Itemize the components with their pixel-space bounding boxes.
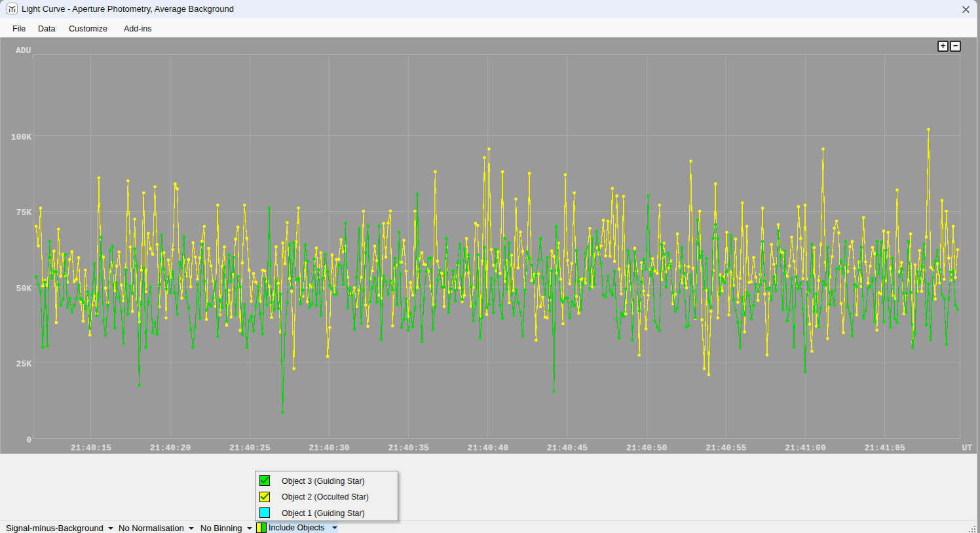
svg-text:75K: 75K — [16, 208, 32, 218]
svg-text:0: 0 — [26, 435, 31, 445]
svg-text:UT: UT — [962, 443, 972, 453]
svg-text:21:40:55: 21:40:55 — [706, 443, 747, 453]
svg-text:21:40:15: 21:40:15 — [71, 443, 112, 453]
svg-text:21:40:35: 21:40:35 — [388, 443, 429, 453]
svg-text:21:41:05: 21:41:05 — [864, 443, 905, 453]
svg-text:21:40:20: 21:40:20 — [150, 443, 191, 453]
svg-text:100K: 100K — [11, 132, 31, 142]
svg-text:21:40:50: 21:40:50 — [626, 443, 668, 453]
svg-text:ADU: ADU — [16, 46, 31, 56]
svg-text:25K: 25K — [16, 359, 32, 369]
svg-text:21:40:45: 21:40:45 — [547, 443, 588, 453]
svg-text:21:40:30: 21:40:30 — [309, 443, 350, 453]
svg-text:21:40:40: 21:40:40 — [468, 443, 509, 453]
svg-text:50K: 50K — [16, 284, 32, 294]
svg-text:21:40:25: 21:40:25 — [229, 443, 271, 453]
svg-text:21:41:00: 21:41:00 — [785, 443, 826, 453]
